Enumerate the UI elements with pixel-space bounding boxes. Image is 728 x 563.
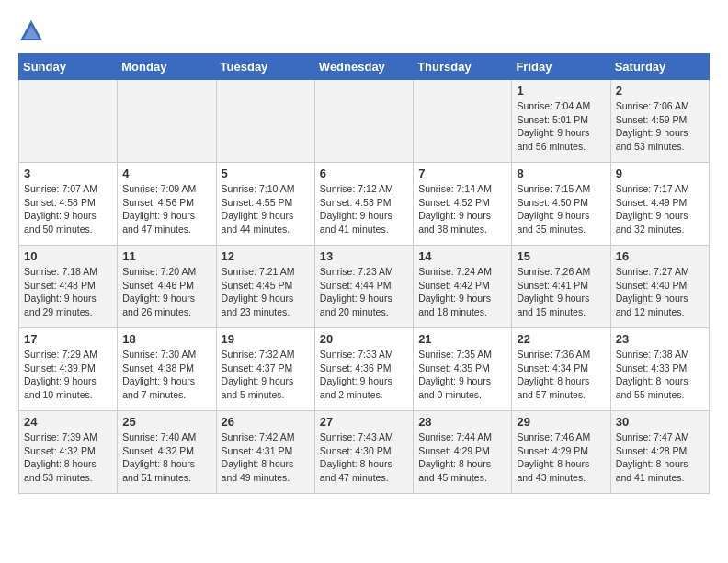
day-number: 18 xyxy=(122,332,210,346)
day-info: Sunrise: 7:29 AM Sunset: 4:39 PM Dayligh… xyxy=(24,348,112,402)
calendar-cell xyxy=(19,80,118,163)
day-info: Sunrise: 7:44 AM Sunset: 4:29 PM Dayligh… xyxy=(418,431,506,485)
day-info: Sunrise: 7:43 AM Sunset: 4:30 PM Dayligh… xyxy=(320,431,408,485)
day-number: 19 xyxy=(222,332,310,346)
day-number: 22 xyxy=(517,332,605,346)
calendar-cell: 14Sunrise: 7:24 AM Sunset: 4:42 PM Dayli… xyxy=(414,246,512,328)
day-info: Sunrise: 7:17 AM Sunset: 4:49 PM Dayligh… xyxy=(616,182,704,236)
logo-icon xyxy=(18,18,44,44)
day-info: Sunrise: 7:14 AM Sunset: 4:52 PM Dayligh… xyxy=(418,182,506,236)
day-header-sunday: Sunday xyxy=(19,54,118,80)
calendar-cell: 16Sunrise: 7:27 AM Sunset: 4:40 PM Dayli… xyxy=(610,246,709,328)
calendar-cell: 15Sunrise: 7:26 AM Sunset: 4:41 PM Dayli… xyxy=(512,246,610,328)
calendar-cell xyxy=(118,80,216,163)
day-info: Sunrise: 7:47 AM Sunset: 4:28 PM Dayligh… xyxy=(616,431,704,485)
calendar-cell: 27Sunrise: 7:43 AM Sunset: 4:30 PM Dayli… xyxy=(314,411,413,494)
day-number: 17 xyxy=(24,332,112,346)
day-info: Sunrise: 7:15 AM Sunset: 4:50 PM Dayligh… xyxy=(517,182,605,236)
day-info: Sunrise: 7:35 AM Sunset: 4:35 PM Dayligh… xyxy=(418,348,506,402)
day-header-tuesday: Tuesday xyxy=(216,54,314,80)
day-info: Sunrise: 7:09 AM Sunset: 4:56 PM Dayligh… xyxy=(122,182,210,236)
calendar-cell: 8Sunrise: 7:15 AM Sunset: 4:50 PM Daylig… xyxy=(512,163,610,246)
day-number: 24 xyxy=(24,415,112,429)
calendar-cell: 26Sunrise: 7:42 AM Sunset: 4:31 PM Dayli… xyxy=(216,411,314,494)
calendar-cell: 25Sunrise: 7:40 AM Sunset: 4:32 PM Dayli… xyxy=(118,411,216,494)
calendar-cell: 5Sunrise: 7:10 AM Sunset: 4:55 PM Daylig… xyxy=(216,163,314,246)
day-info: Sunrise: 7:30 AM Sunset: 4:38 PM Dayligh… xyxy=(122,348,210,402)
day-info: Sunrise: 7:10 AM Sunset: 4:55 PM Dayligh… xyxy=(222,182,310,236)
calendar-cell: 28Sunrise: 7:44 AM Sunset: 4:29 PM Dayli… xyxy=(414,411,512,494)
day-number: 20 xyxy=(320,332,408,346)
day-number: 10 xyxy=(24,249,112,263)
day-number: 12 xyxy=(222,249,310,263)
calendar-cell xyxy=(314,80,413,163)
calendar-cell: 23Sunrise: 7:38 AM Sunset: 4:33 PM Dayli… xyxy=(610,328,709,411)
day-info: Sunrise: 7:24 AM Sunset: 4:42 PM Dayligh… xyxy=(418,265,506,319)
calendar-week-3: 10Sunrise: 7:18 AM Sunset: 4:48 PM Dayli… xyxy=(19,246,710,328)
day-number: 13 xyxy=(320,249,408,263)
day-info: Sunrise: 7:23 AM Sunset: 4:44 PM Dayligh… xyxy=(320,265,408,319)
calendar-cell: 3Sunrise: 7:07 AM Sunset: 4:58 PM Daylig… xyxy=(19,163,118,246)
day-number: 25 xyxy=(122,415,210,429)
calendar-cell: 18Sunrise: 7:30 AM Sunset: 4:38 PM Dayli… xyxy=(118,328,216,411)
day-header-wednesday: Wednesday xyxy=(314,54,413,80)
day-info: Sunrise: 7:18 AM Sunset: 4:48 PM Dayligh… xyxy=(24,265,112,319)
calendar-cell xyxy=(216,80,314,163)
day-info: Sunrise: 7:38 AM Sunset: 4:33 PM Dayligh… xyxy=(616,348,704,402)
day-info: Sunrise: 7:36 AM Sunset: 4:34 PM Dayligh… xyxy=(517,348,605,402)
day-info: Sunrise: 7:33 AM Sunset: 4:36 PM Dayligh… xyxy=(320,348,408,402)
calendar-table: SundayMondayTuesdayWednesdayThursdayFrid… xyxy=(18,53,710,494)
day-header-thursday: Thursday xyxy=(414,54,512,80)
day-info: Sunrise: 7:27 AM Sunset: 4:40 PM Dayligh… xyxy=(616,265,704,319)
day-info: Sunrise: 7:39 AM Sunset: 4:32 PM Dayligh… xyxy=(24,431,112,485)
day-number: 16 xyxy=(616,249,704,263)
calendar-cell: 6Sunrise: 7:12 AM Sunset: 4:53 PM Daylig… xyxy=(314,163,413,246)
calendar-cell: 20Sunrise: 7:33 AM Sunset: 4:36 PM Dayli… xyxy=(314,328,413,411)
calendar-cell: 17Sunrise: 7:29 AM Sunset: 4:39 PM Dayli… xyxy=(19,328,118,411)
day-info: Sunrise: 7:12 AM Sunset: 4:53 PM Dayligh… xyxy=(320,182,408,236)
calendar-week-4: 17Sunrise: 7:29 AM Sunset: 4:39 PM Dayli… xyxy=(19,328,710,411)
calendar-cell: 21Sunrise: 7:35 AM Sunset: 4:35 PM Dayli… xyxy=(414,328,512,411)
day-number: 28 xyxy=(418,415,506,429)
day-number: 23 xyxy=(616,332,704,346)
day-number: 1 xyxy=(517,84,605,98)
day-number: 8 xyxy=(517,167,605,180)
day-number: 5 xyxy=(222,167,310,180)
day-info: Sunrise: 7:40 AM Sunset: 4:32 PM Dayligh… xyxy=(122,431,210,485)
day-info: Sunrise: 7:21 AM Sunset: 4:45 PM Dayligh… xyxy=(222,265,310,319)
day-number: 9 xyxy=(616,167,704,180)
day-number: 3 xyxy=(24,167,112,180)
day-number: 7 xyxy=(418,167,506,180)
calendar-cell: 29Sunrise: 7:46 AM Sunset: 4:29 PM Dayli… xyxy=(512,411,610,494)
calendar-cell: 4Sunrise: 7:09 AM Sunset: 4:56 PM Daylig… xyxy=(118,163,216,246)
day-number: 15 xyxy=(517,249,605,263)
day-number: 21 xyxy=(418,332,506,346)
day-header-monday: Monday xyxy=(118,54,216,80)
day-number: 26 xyxy=(222,415,310,429)
day-info: Sunrise: 7:04 AM Sunset: 5:01 PM Dayligh… xyxy=(517,99,605,154)
logo xyxy=(18,18,48,44)
calendar-week-2: 3Sunrise: 7:07 AM Sunset: 4:58 PM Daylig… xyxy=(19,163,710,246)
day-number: 14 xyxy=(418,249,506,263)
calendar-cell: 22Sunrise: 7:36 AM Sunset: 4:34 PM Dayli… xyxy=(512,328,610,411)
day-number: 4 xyxy=(122,167,210,180)
calendar-cell: 19Sunrise: 7:32 AM Sunset: 4:37 PM Dayli… xyxy=(216,328,314,411)
calendar-cell: 7Sunrise: 7:14 AM Sunset: 4:52 PM Daylig… xyxy=(414,163,512,246)
day-number: 2 xyxy=(616,84,704,98)
calendar-cell: 10Sunrise: 7:18 AM Sunset: 4:48 PM Dayli… xyxy=(19,246,118,328)
calendar-cell: 13Sunrise: 7:23 AM Sunset: 4:44 PM Dayli… xyxy=(314,246,413,328)
day-number: 11 xyxy=(122,249,210,263)
calendar-cell xyxy=(414,80,512,163)
calendar-week-5: 24Sunrise: 7:39 AM Sunset: 4:32 PM Dayli… xyxy=(19,411,710,494)
calendar-cell: 12Sunrise: 7:21 AM Sunset: 4:45 PM Dayli… xyxy=(216,246,314,328)
day-info: Sunrise: 7:07 AM Sunset: 4:58 PM Dayligh… xyxy=(24,182,112,236)
calendar-cell: 30Sunrise: 7:47 AM Sunset: 4:28 PM Dayli… xyxy=(610,411,709,494)
day-number: 27 xyxy=(320,415,408,429)
day-info: Sunrise: 7:20 AM Sunset: 4:46 PM Dayligh… xyxy=(122,265,210,319)
day-header-friday: Friday xyxy=(512,54,610,80)
calendar-week-1: 1Sunrise: 7:04 AM Sunset: 5:01 PM Daylig… xyxy=(19,80,710,163)
calendar-cell: 11Sunrise: 7:20 AM Sunset: 4:46 PM Dayli… xyxy=(118,246,216,328)
calendar-cell: 9Sunrise: 7:17 AM Sunset: 4:49 PM Daylig… xyxy=(610,163,709,246)
day-number: 29 xyxy=(517,415,605,429)
day-info: Sunrise: 7:42 AM Sunset: 4:31 PM Dayligh… xyxy=(222,431,310,485)
